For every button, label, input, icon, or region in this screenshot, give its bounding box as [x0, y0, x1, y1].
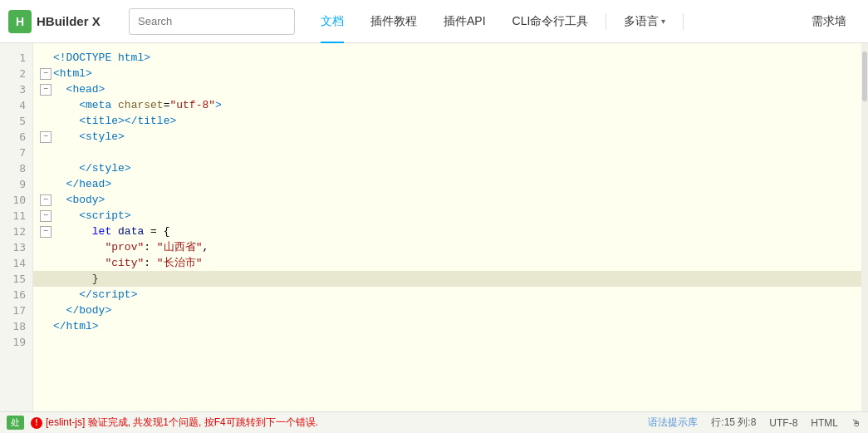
- logo: H HBuilder X: [8, 10, 116, 33]
- status-error: ! [eslint-js] 验证完成, 共发现1个问题, 按F4可跳转到下一个错…: [31, 416, 318, 430]
- code-line: [33, 334, 861, 350]
- line-number: 8: [0, 160, 32, 176]
- code-tokens: }: [53, 271, 99, 287]
- code-tokens: <head>: [53, 81, 105, 97]
- code-tokens: </html>: [53, 318, 99, 334]
- line-number: 2: [0, 66, 32, 81]
- line-number: 4: [0, 97, 32, 113]
- code-tokens: let data = {: [53, 224, 169, 239]
- fold-button[interactable]: −: [40, 226, 51, 238]
- status-right: 语法提示库 行:15 列:8 UTF-8 HTML 🖱: [648, 416, 861, 430]
- code-tokens: <meta charset="utf-8">: [53, 97, 222, 113]
- line-number: 17: [0, 303, 32, 318]
- code-tokens: <style>: [53, 129, 125, 145]
- code-line: − <script>: [33, 208, 861, 224]
- code-tokens: </script>: [53, 287, 137, 303]
- code-line: − <head>: [33, 81, 861, 97]
- nav-divider-2: [683, 13, 684, 30]
- nav-item-plugin-tutorial[interactable]: 插件教程: [357, 0, 430, 43]
- mouse-icon-area: 🖱: [851, 417, 861, 429]
- line-number: 6: [0, 129, 32, 145]
- code-line: </html>: [33, 318, 861, 334]
- nav-item-demand[interactable]: 需求墙: [798, 0, 860, 43]
- line-numbers: 12345678910111213141516171819: [0, 43, 33, 411]
- nav-item-language[interactable]: 多语言 ▾: [611, 0, 679, 43]
- chevron-down-icon: ▾: [661, 17, 665, 26]
- code-tokens: <script>: [53, 208, 131, 224]
- line-number: 14: [0, 255, 32, 271]
- line-number: 3: [0, 81, 32, 97]
- header: H HBuilder X 文档 插件教程 插件API CLI命令行工具 多语言 …: [0, 0, 868, 43]
- code-content[interactable]: <!DOCTYPE html>−<html>− <head> <meta cha…: [33, 43, 861, 411]
- line-number: 5: [0, 113, 32, 129]
- line-number: 15: [0, 271, 32, 287]
- code-tokens: <body>: [53, 192, 105, 208]
- code-tokens: "prov": "山西省",: [53, 239, 208, 255]
- code-line: </body>: [33, 303, 861, 318]
- error-icon: !: [31, 417, 42, 429]
- code-line: −<html>: [33, 66, 861, 81]
- scrollbar-thumb[interactable]: [862, 52, 867, 101]
- search-box[interactable]: [129, 8, 295, 35]
- code-line: }: [33, 271, 861, 287]
- code-line: <!DOCTYPE html>: [33, 50, 861, 66]
- code-line: </head>: [33, 176, 861, 192]
- nav-item-cli[interactable]: CLI命令行工具: [499, 0, 602, 43]
- scrollbar-track[interactable]: [861, 43, 868, 411]
- code-tokens: <!DOCTYPE html>: [53, 50, 150, 66]
- error-text: [eslint-js] 验证完成, 共发现1个问题, 按F4可跳转到下一个错误.: [46, 416, 318, 430]
- nav-item-docs[interactable]: 文档: [307, 0, 357, 43]
- line-number: 10: [0, 192, 32, 208]
- code-line: [33, 145, 861, 160]
- code-line: </script>: [33, 287, 861, 303]
- nav-item-plugin-api[interactable]: 插件API: [430, 0, 499, 43]
- line-number: 1: [0, 50, 32, 66]
- code-line: <meta charset="utf-8">: [33, 97, 861, 113]
- line-number: 12: [0, 224, 32, 239]
- encoding-label: UTF-8: [769, 417, 797, 429]
- logo-icon: H: [8, 10, 32, 33]
- line-number: 7: [0, 145, 32, 160]
- code-tokens: </style>: [53, 160, 131, 176]
- file-type-label: HTML: [811, 417, 838, 429]
- line-number: 11: [0, 208, 32, 224]
- code-line: </style>: [33, 160, 861, 176]
- line-number: 13: [0, 239, 32, 255]
- code-line: − <body>: [33, 192, 861, 208]
- code-line: − let data = {: [33, 224, 861, 239]
- fold-button[interactable]: −: [40, 194, 51, 206]
- fold-button[interactable]: −: [40, 84, 51, 96]
- status-bar: 处 ! [eslint-js] 验证完成, 共发现1个问题, 按F4可跳转到下一…: [0, 411, 868, 433]
- fold-button[interactable]: −: [40, 210, 51, 222]
- code-tokens: </head>: [53, 176, 111, 192]
- code-line: "prov": "山西省",: [33, 239, 861, 255]
- logo-text: HBuilder X: [37, 14, 101, 28]
- syntax-hint-link[interactable]: 语法提示库: [648, 416, 698, 430]
- cursor-position: 行:15 列:8: [711, 416, 756, 430]
- line-number: 18: [0, 318, 32, 334]
- nav: 文档 插件教程 插件API CLI命令行工具 多语言 ▾ 需求墙: [307, 0, 860, 43]
- code-tokens: <html>: [53, 66, 92, 81]
- line-number: 9: [0, 176, 32, 192]
- code-line: <title></title>: [33, 113, 861, 129]
- fold-button[interactable]: −: [40, 131, 51, 143]
- code-tokens: <title></title>: [53, 113, 176, 129]
- line-number: 16: [0, 287, 32, 303]
- nav-divider: [606, 13, 606, 30]
- nav-item-language-label: 多语言: [624, 14, 659, 29]
- editor-area: 12345678910111213141516171819 <!DOCTYPE …: [0, 43, 868, 411]
- fold-button[interactable]: −: [40, 68, 51, 80]
- search-input[interactable]: [138, 15, 286, 27]
- line-number: 19: [0, 334, 32, 350]
- code-tokens: "city": "长治市": [53, 255, 202, 271]
- mouse-icon: 🖱: [851, 417, 861, 429]
- code-line: − <style>: [33, 129, 861, 145]
- code-tokens: </body>: [53, 303, 111, 318]
- code-line: "city": "长治市": [33, 255, 861, 271]
- breadcrumb-tag[interactable]: 处: [7, 416, 24, 430]
